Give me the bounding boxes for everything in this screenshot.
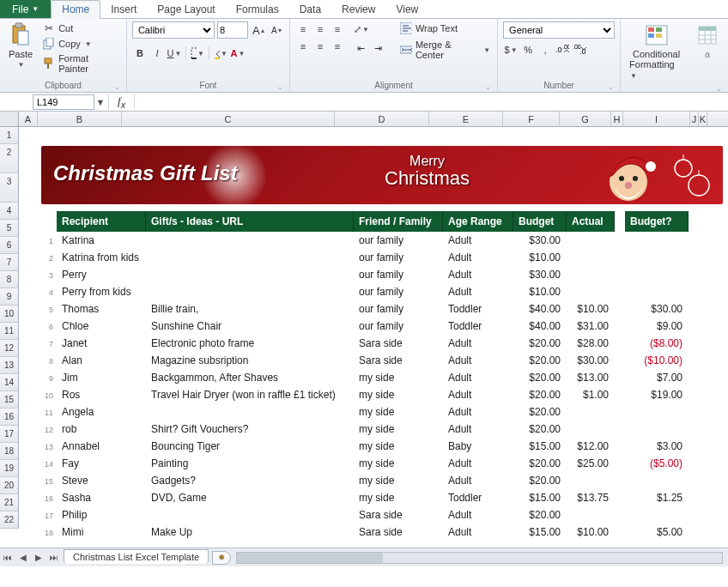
table-cell[interactable]: Adult [443, 232, 513, 249]
fx-button[interactable]: fx [109, 94, 135, 110]
table-cell[interactable]: $10.00 [567, 523, 615, 541]
row-header-4[interactable]: 4 [0, 203, 19, 220]
table-cell[interactable]: Adult [443, 472, 513, 489]
select-all-corner[interactable] [0, 112, 19, 126]
table-cell[interactable]: $20.00 [513, 472, 567, 489]
table-cell[interactable]: Katrina [57, 232, 146, 249]
row-header-13[interactable]: 13 [0, 357, 19, 374]
column-header-E[interactable]: E [429, 112, 503, 126]
table-cell[interactable]: $25.00 [567, 455, 615, 472]
column-header-H[interactable]: H [611, 112, 623, 126]
table-cell[interactable]: Chloe [57, 318, 146, 335]
table-cell[interactable] [567, 472, 615, 489]
name-box[interactable] [33, 94, 94, 110]
row-index[interactable]: 15 [41, 472, 57, 489]
row-header-20[interactable]: 20 [0, 477, 19, 494]
underline-button[interactable]: U▼ [167, 45, 182, 61]
row-index[interactable]: 11 [41, 403, 57, 421]
new-sheet-button[interactable]: ✸ [212, 551, 231, 565]
table-cell[interactable]: $10.00 [513, 249, 567, 266]
table-cell[interactable] [146, 249, 354, 266]
table-cell[interactable]: Adult [443, 506, 513, 523]
row-header-7[interactable]: 7 [0, 254, 19, 271]
table-cell[interactable] [146, 266, 354, 283]
table-cell[interactable]: our family [354, 283, 443, 300]
table-cell[interactable]: Perry from kids [57, 283, 146, 300]
format-as-table-button[interactable]: a [692, 21, 723, 82]
sheet-nav-last[interactable]: ⏭ [46, 550, 62, 566]
table-cell[interactable]: Perry [57, 266, 146, 283]
fill-color-button[interactable]: ▼ [213, 45, 228, 61]
table-cell[interactable]: our family [354, 249, 443, 266]
table-cell[interactable]: Adult [443, 523, 513, 541]
format-painter-button[interactable]: Format Painter [41, 52, 121, 75]
table-cell[interactable]: $20.00 [513, 369, 567, 386]
tab-data[interactable]: Data [289, 0, 331, 18]
row-header-5[interactable]: 5 [0, 220, 19, 237]
table-cell[interactable] [567, 249, 615, 266]
align-middle-button[interactable]: ≡ [312, 21, 328, 37]
table-cell[interactable]: $19.00 [625, 386, 689, 403]
table-cell[interactable]: ($5.00) [625, 455, 689, 472]
table-cell[interactable]: Sunshine Chair [146, 318, 354, 335]
borders-button[interactable]: ▼ [190, 45, 205, 61]
table-cell[interactable]: Sara side [354, 523, 443, 541]
table-cell[interactable]: my side [354, 403, 443, 421]
row-header-21[interactable]: 21 [0, 494, 19, 511]
copy-button[interactable]: Copy▼ [41, 37, 121, 51]
table-cell[interactable]: $15.00 [513, 523, 567, 541]
row-header-17[interactable]: 17 [0, 426, 19, 443]
table-cell[interactable]: Katrina from kids [57, 249, 146, 266]
number-format-combo[interactable]: General [503, 21, 615, 39]
table-cell[interactable]: Sara side [354, 352, 443, 369]
table-cell[interactable]: Toddler [443, 489, 513, 506]
table-cell[interactable]: Fay [57, 455, 146, 472]
increase-indent-button[interactable]: ⇥ [371, 40, 386, 56]
table-cell[interactable]: Adult [443, 266, 513, 283]
row-header-15[interactable]: 15 [0, 391, 19, 408]
table-cell[interactable] [567, 283, 615, 300]
horizontal-scrollbar[interactable] [236, 552, 723, 564]
table-cell[interactable]: Travel Hair Dryer (won in raffle £1 tick… [146, 386, 354, 403]
table-cell[interactable] [146, 506, 354, 523]
italic-button[interactable]: I [149, 45, 165, 61]
tab-formulas[interactable]: Formulas [226, 0, 289, 18]
bold-button[interactable]: B [132, 45, 148, 61]
table-cell[interactable]: my side [354, 438, 443, 455]
wrap-text-button[interactable]: Wrap Text [398, 21, 492, 35]
table-cell[interactable]: Ros [57, 386, 146, 403]
decrease-decimal-button[interactable]: .00.0 [572, 42, 587, 57]
row-index[interactable]: 10 [41, 386, 57, 403]
table-cell[interactable]: Thomas [57, 300, 146, 318]
tab-home[interactable]: Home [51, 0, 100, 19]
font-name-combo[interactable]: Calibri [132, 21, 215, 39]
table-cell[interactable]: $20.00 [513, 421, 567, 438]
tab-view[interactable]: View [385, 0, 428, 18]
row-header-8[interactable]: 8 [0, 271, 19, 288]
table-cell[interactable] [625, 249, 689, 266]
table-cell[interactable] [146, 283, 354, 300]
row-index[interactable]: 2 [41, 249, 57, 266]
row-index[interactable]: 1 [41, 232, 57, 249]
table-cell[interactable]: Mimi [57, 523, 146, 541]
table-cell[interactable]: Steve [57, 472, 146, 489]
table-cell[interactable]: $5.00 [625, 523, 689, 541]
table-cell[interactable]: $3.00 [625, 438, 689, 455]
tab-insert[interactable]: Insert [100, 0, 147, 18]
row-index[interactable]: 9 [41, 369, 57, 386]
column-header-J[interactable]: J [690, 112, 699, 126]
column-header-C[interactable]: C [122, 112, 335, 126]
table-cell[interactable]: Adult [443, 421, 513, 438]
table-cell[interactable] [625, 283, 689, 300]
table-cell[interactable]: our family [354, 232, 443, 249]
row-header-3[interactable]: 3 [0, 173, 19, 203]
row-index[interactable]: 18 [41, 523, 57, 541]
table-cell[interactable]: Sasha [57, 489, 146, 506]
column-header-G[interactable]: G [560, 112, 611, 126]
table-cell[interactable]: $9.00 [625, 318, 689, 335]
row-index[interactable]: 8 [41, 352, 57, 369]
table-cell[interactable]: $1.00 [567, 386, 615, 403]
table-cell[interactable]: $40.00 [513, 318, 567, 335]
table-cell[interactable] [567, 266, 615, 283]
table-cell[interactable]: $40.00 [513, 300, 567, 318]
